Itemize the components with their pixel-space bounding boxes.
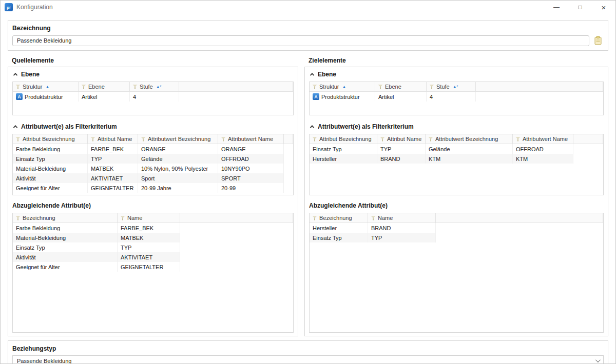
column-header[interactable]: Attributwert Bezeichnung bbox=[426, 134, 513, 144]
filter-icon[interactable] bbox=[141, 137, 146, 141]
table-cell: 4 bbox=[427, 92, 476, 102]
table-row[interactable]: AktivitätAKTIVITAET bbox=[13, 252, 293, 262]
table-cell-filler bbox=[180, 223, 293, 233]
table-row[interactable]: Einsatz TypTYPGeländeOFFROAD bbox=[13, 154, 293, 164]
filter-icon[interactable] bbox=[380, 137, 385, 141]
source-filter-table: Attribut BezeichnungAttribut NameAttribu… bbox=[12, 134, 294, 195]
table-header-row: Attribut BezeichnungAttribut NameAttribu… bbox=[310, 134, 603, 144]
column-header[interactable]: Attribut Bezeichnung bbox=[13, 134, 88, 144]
column-header[interactable]: Stufe▲² bbox=[427, 82, 476, 92]
column-header[interactable]: Ebene bbox=[79, 82, 130, 92]
table-row[interactable]: AktivitätAKTIVITAETSportSPORT bbox=[13, 173, 293, 183]
target-panel-title: Zielelemente bbox=[309, 57, 608, 64]
table-row[interactable]: Material-BekleidungMATBEK bbox=[13, 233, 293, 242]
filter-icon[interactable] bbox=[428, 137, 433, 141]
column-header-label: Name bbox=[378, 215, 393, 221]
section-title: Abzugleichende Attribut(e) bbox=[12, 202, 91, 209]
beziehungstyp-select[interactable]: Passende Bekleidung bbox=[12, 355, 604, 364]
table-cell: GEIGNETALTER bbox=[118, 262, 180, 272]
section-header-target-filter[interactable]: Attributwert(e) als Filterkriterium bbox=[309, 123, 604, 131]
column-header-filler bbox=[179, 82, 293, 92]
table-cell: TYP bbox=[118, 242, 180, 252]
bezeichnung-input[interactable] bbox=[12, 35, 589, 46]
filter-icon[interactable] bbox=[15, 137, 21, 141]
titlebar: pr Konfiguration — □ × bbox=[1, 1, 615, 14]
beziehungstyp-label: Beziehungstyp bbox=[12, 345, 604, 352]
column-header-label: Stufe bbox=[436, 84, 450, 90]
paste-button[interactable] bbox=[592, 35, 604, 46]
collapse-icon bbox=[310, 73, 314, 77]
section-title: Ebene bbox=[318, 71, 336, 78]
table-cell-filler bbox=[180, 252, 293, 262]
filter-icon[interactable] bbox=[120, 216, 125, 220]
sort-ascending-2-icon: ▲² bbox=[156, 85, 162, 89]
column-header[interactable]: Attribut Name bbox=[88, 134, 138, 144]
filter-icon[interactable] bbox=[132, 85, 138, 89]
table-cell: BRAND bbox=[368, 223, 436, 233]
column-header[interactable]: Attribut Name bbox=[377, 134, 426, 144]
filter-icon[interactable] bbox=[15, 216, 21, 220]
table-cell: Material-Bekleidung bbox=[13, 164, 88, 173]
table-row[interactable]: Einsatz TypTYP bbox=[310, 233, 603, 242]
target-filter-table: Attribut BezeichnungAttribut NameAttribu… bbox=[309, 134, 604, 195]
column-header[interactable]: Bezeichnung bbox=[310, 213, 368, 223]
table-row[interactable]: Geeignet für AlterGEIGNETALTER20-99 Jahr… bbox=[13, 183, 293, 193]
column-header[interactable]: Ebene bbox=[375, 82, 427, 92]
table-row[interactable]: AProduktstrukturArtikel4 bbox=[13, 92, 293, 102]
column-header[interactable]: Stufe▲² bbox=[130, 82, 179, 92]
maximize-icon[interactable]: □ bbox=[568, 1, 592, 14]
table-header-row: BezeichnungName bbox=[310, 213, 603, 223]
table-cell: BRAND bbox=[377, 154, 426, 164]
column-header[interactable]: Bezeichnung bbox=[13, 213, 118, 223]
column-header-label: Attribut Bezeichnung bbox=[23, 136, 75, 142]
table-row[interactable]: HerstellerBRANDKTMKTM bbox=[310, 154, 603, 164]
minimize-icon[interactable]: — bbox=[545, 1, 568, 14]
filter-icon[interactable] bbox=[378, 85, 383, 89]
column-header[interactable]: Attributwert Name bbox=[513, 134, 573, 144]
table-row[interactable]: AProduktstrukturArtikel4 bbox=[310, 92, 603, 102]
table-row[interactable]: Material-BekleidungMATBEK10% Nylon, 90% … bbox=[13, 164, 293, 173]
filter-icon[interactable] bbox=[81, 85, 86, 89]
table-cell-filler bbox=[284, 164, 293, 173]
filter-icon[interactable] bbox=[312, 85, 317, 89]
table-cell: MATBEK bbox=[118, 233, 180, 242]
filter-icon[interactable] bbox=[90, 137, 95, 141]
filter-icon[interactable] bbox=[429, 85, 434, 89]
window-controls: — □ × bbox=[545, 1, 615, 14]
table-cell: Artikel bbox=[79, 92, 130, 102]
filter-icon[interactable] bbox=[15, 85, 21, 89]
section-header-source-attrs: Abzugleichende Attribut(e) bbox=[12, 201, 294, 210]
table-cell: AProduktstruktur bbox=[13, 92, 79, 102]
table-header-row: Struktur▲EbeneStufe▲² bbox=[310, 82, 603, 92]
table-cell: Gelände bbox=[426, 144, 513, 154]
panels: Quellelemente Ebene Struktur▲EbeneStufe▲… bbox=[8, 57, 608, 336]
table-row[interactable]: HerstellerBRAND bbox=[310, 223, 603, 233]
filter-icon[interactable] bbox=[371, 216, 376, 220]
section-header-source-filter[interactable]: Attributwert(e) als Filterkriterium bbox=[12, 123, 294, 131]
close-icon[interactable]: × bbox=[592, 1, 615, 14]
column-header[interactable]: Attributwert Name bbox=[218, 134, 284, 144]
table-row[interactable]: Geeignet für AlterGEIGNETALTER bbox=[13, 262, 293, 272]
section-header-target-ebene[interactable]: Ebene bbox=[309, 70, 604, 78]
column-header[interactable]: Name bbox=[368, 213, 436, 223]
table-row[interactable]: Farbe BekleidungFARBE_BEK bbox=[13, 223, 293, 233]
filter-icon[interactable] bbox=[312, 216, 317, 220]
table-row[interactable]: Farbe BekleidungFARBE_BEKORANGEORANGE bbox=[13, 144, 293, 154]
filter-icon[interactable] bbox=[221, 137, 226, 141]
chevron-down-icon bbox=[595, 357, 601, 362]
table-row[interactable]: Einsatz TypTYPGeländeOFFROAD bbox=[310, 144, 603, 154]
table-row[interactable]: Einsatz TypTYP bbox=[13, 242, 293, 252]
column-header[interactable]: Attribut Bezeichnung bbox=[310, 134, 377, 144]
filter-icon[interactable] bbox=[312, 137, 317, 141]
clipboard-icon bbox=[594, 36, 602, 45]
column-header[interactable]: Name bbox=[118, 213, 180, 223]
section-header-source-ebene[interactable]: Ebene bbox=[12, 70, 294, 78]
table-header-row: Struktur▲EbeneStufe▲² bbox=[13, 82, 293, 92]
column-header[interactable]: Struktur▲ bbox=[13, 82, 79, 92]
source-panel-box: Ebene Struktur▲EbeneStufe▲²AProduktstruk… bbox=[8, 67, 298, 336]
column-header[interactable]: Struktur▲ bbox=[310, 82, 375, 92]
filter-icon[interactable] bbox=[515, 137, 521, 141]
column-header[interactable]: Attributwert Bezeichnung bbox=[138, 134, 218, 144]
column-header-label: Attributwert Name bbox=[523, 136, 568, 142]
column-header-label: Struktur bbox=[319, 84, 339, 90]
